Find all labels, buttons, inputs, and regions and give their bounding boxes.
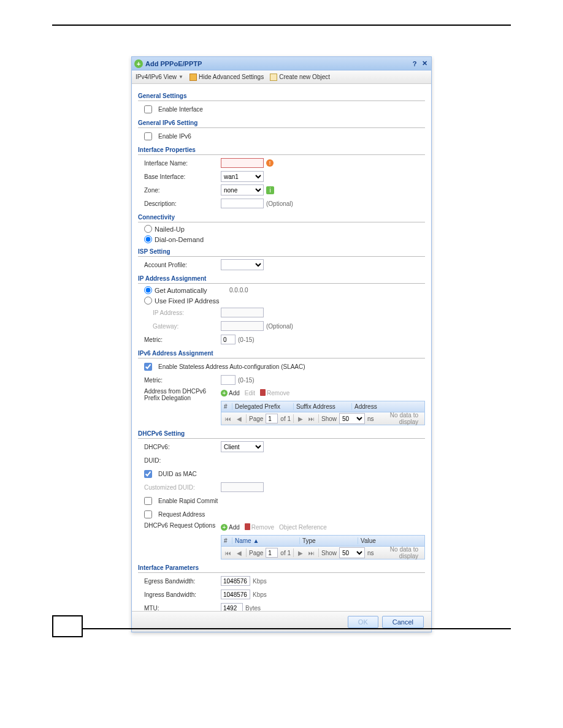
nailed-up-label: Nailed-Up — [155, 226, 185, 233]
ok-button[interactable]: OK — [348, 616, 378, 628]
custom-duid-label: Customized DUID: — [138, 484, 221, 491]
col-prefix[interactable]: Delegated Prefix — [232, 403, 294, 410]
metric-label: Metric: — [138, 336, 221, 343]
reqopt-add-button[interactable]: Add — [221, 524, 240, 531]
ip-address-label: IP Address: — [138, 309, 221, 316]
account-profile-select[interactable] — [221, 259, 264, 270]
dial-on-demand-label: Dial-on-Demand — [155, 236, 204, 243]
page-input[interactable] — [266, 548, 278, 558]
page-last-icon[interactable]: ⏭ — [307, 414, 316, 423]
view-dropdown[interactable]: IPv4/IPv6 View — [136, 74, 183, 80]
get-auto-label: Get Automatically — [155, 287, 227, 294]
page-first-icon[interactable]: ⏮ — [224, 548, 232, 557]
page-prev-icon[interactable]: ◀ — [235, 548, 243, 557]
hide-advanced-button[interactable]: Hide Advanced Settings — [190, 74, 264, 81]
get-auto-radio[interactable] — [144, 286, 152, 294]
interface-name-input[interactable] — [221, 158, 264, 168]
plus-icon — [221, 390, 228, 396]
account-profile-label: Account Profile: — [138, 262, 221, 268]
enable-ipv6-label: Enable IPv6 — [152, 133, 191, 140]
addr-delegation-label: Address from DHCPv6 Prefix Delegation — [138, 388, 221, 401]
show-count-select[interactable]: 50 — [339, 547, 365, 558]
cancel-button[interactable]: Cancel — [382, 616, 424, 628]
page-prev-icon[interactable]: ◀ — [235, 414, 243, 423]
dialog-body: General Settings Enable Interface Genera… — [132, 84, 431, 611]
enable-interface-label: Enable Interface — [152, 106, 203, 113]
enable-interface-checkbox[interactable] — [144, 105, 152, 113]
page-top-rule — [52, 25, 511, 26]
gateway-input — [221, 321, 264, 331]
description-label: Description: — [138, 200, 221, 207]
description-input[interactable] — [221, 199, 264, 208]
auto-ip-value: 0.0.0.0 — [229, 287, 248, 294]
create-object-button[interactable]: Create new Object — [270, 74, 330, 81]
plus-icon — [221, 524, 228, 531]
trash-icon — [245, 523, 250, 531]
rapid-commit-checkbox[interactable] — [144, 497, 152, 505]
dialog-titlebar: + Add PPPoE/PPTP ? ✕ — [132, 57, 431, 70]
footer-box — [52, 615, 83, 637]
col-num[interactable]: # — [221, 403, 232, 410]
close-icon[interactable]: ✕ — [420, 59, 429, 68]
new-object-icon — [270, 74, 277, 81]
ingress-label: Ingress Bandwidth: — [138, 591, 221, 598]
delegation-toolbar: Add Edit Remove — [221, 388, 425, 398]
request-address-checkbox[interactable] — [144, 510, 152, 518]
metric-input[interactable] — [221, 335, 236, 344]
section-general-ipv6: General IPv6 Setting — [138, 119, 425, 128]
reqopt-objref-button: Object Reference — [279, 524, 327, 531]
dialog-add-pppoe: + Add PPPoE/PPTP ? ✕ IPv4/IPv6 View Hide… — [131, 56, 432, 632]
ingress-input[interactable] — [221, 590, 250, 599]
show-count-select[interactable]: 50 — [339, 413, 365, 424]
dhcpv6-select[interactable]: Client — [221, 441, 264, 452]
enable-ipv6-checkbox[interactable] — [144, 132, 152, 140]
nailed-up-radio[interactable] — [144, 225, 152, 233]
reqopt-remove-button: Remove — [245, 523, 274, 531]
page-first-icon[interactable]: ⏮ — [224, 414, 232, 423]
delegation-add-button[interactable]: Add — [221, 390, 240, 396]
duid-mac-label: DUID as MAC — [152, 471, 197, 477]
zone-label: Zone: — [138, 187, 221, 194]
egress-label: Egress Bandwidth: — [138, 578, 221, 585]
gateway-label: Gateway: — [138, 323, 221, 330]
request-options-label: DHCPv6 Request Options — [138, 522, 221, 529]
reqopt-toolbar: Add Remove Object Reference — [221, 522, 425, 533]
add-icon: + — [134, 59, 143, 68]
section-dhcpv6: DHCPv6 Setting — [138, 430, 425, 439]
duid-label: DUID: — [138, 457, 221, 464]
delegation-remove-button: Remove — [260, 389, 289, 397]
warning-icon: ! — [266, 159, 274, 167]
optional-hint: (Optional) — [266, 200, 293, 207]
no-data-label: No data to display — [377, 412, 422, 425]
dialog-toolbar: IPv4/IPv6 View Hide Advanced Settings Cr… — [132, 70, 431, 84]
mtu-label: MTU: — [138, 605, 221, 612]
slaac-checkbox[interactable] — [144, 363, 152, 371]
use-fixed-label: Use Fixed IP Address — [155, 297, 220, 305]
use-fixed-radio[interactable] — [144, 297, 152, 305]
dial-on-demand-radio[interactable] — [144, 235, 152, 243]
ipv6-metric-label: Metric: — [138, 377, 221, 384]
columns-icon — [190, 74, 197, 81]
egress-input[interactable] — [221, 576, 250, 586]
zone-select[interactable]: none — [221, 184, 264, 195]
mtu-input[interactable] — [221, 603, 243, 611]
help-icon[interactable]: ? — [410, 59, 419, 68]
interface-name-label: Interface Name: — [138, 160, 221, 167]
duid-mac-checkbox[interactable] — [144, 470, 152, 478]
ip-address-input — [221, 308, 264, 317]
page-next-icon[interactable]: ▶ — [296, 414, 305, 423]
page-last-icon[interactable]: ⏭ — [307, 548, 316, 557]
col-address[interactable]: Address — [352, 403, 424, 410]
base-interface-select[interactable]: wan1 — [221, 171, 264, 182]
dialog-title: Add PPPoE/PPTP — [145, 60, 202, 67]
base-interface-label: Base Interface: — [138, 173, 221, 180]
delegation-edit-button: Edit — [245, 390, 255, 396]
col-suffix[interactable]: Suffix Address — [294, 403, 352, 410]
custom-duid-input — [221, 482, 264, 492]
page-input[interactable] — [266, 414, 278, 423]
page-next-icon[interactable]: ▶ — [296, 548, 305, 557]
reqopt-grid: # Name ▲ Type Value ⏮ ◀ Page of 1 — [221, 535, 425, 559]
delegation-grid: # Delegated Prefix Suffix Address Addres… — [221, 401, 425, 425]
footer-rule — [83, 628, 511, 629]
ipv6-metric-input[interactable] — [221, 375, 236, 385]
